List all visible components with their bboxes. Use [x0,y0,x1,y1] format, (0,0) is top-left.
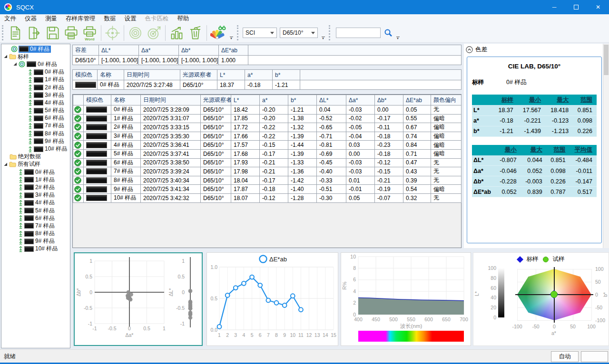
tree-folder-standards[interactable]: 标样 [1,53,70,60]
column-header[interactable]: Δa* [346,95,375,105]
sample-row[interactable]: 3# 样品2020/7/25 3:35:30D65/10°17.66-0.22-… [73,132,462,141]
menu-item-settings[interactable]: 设置 [120,14,141,23]
tree-item-sample[interactable]: 2# 样品 [1,84,70,91]
column-header[interactable]: L* [231,95,260,105]
delta-ab-scatter-chart[interactable]: -1-0.500.51-1-0.500.51Δb*Δa*-1-0.500.51Δ… [74,252,203,346]
save-button[interactable] [43,24,62,42]
toolbar-overflow-icon[interactable]: ▾ [320,26,326,40]
tree-folder-all-samples[interactable]: 所有试样 [1,161,70,168]
sample-row[interactable]: 8# 样品2020/7/25 3:40:34D65/10°18.04-0.17-… [73,176,462,185]
menu-item-color-card-match[interactable]: 色卡匹检 [141,14,173,23]
menu-item-help[interactable]: 帮助 [173,14,194,23]
dart-target-button[interactable] [145,24,163,42]
column-header[interactable]: ΔL* [317,95,346,105]
column-header[interactable]: ΔL* [99,45,139,56]
menu-item-instrument[interactable]: 仪器 [20,14,41,23]
menu-item-sample-library[interactable]: 存样库管理 [61,14,100,23]
tree-item-sample[interactable]: 8# 样品 [1,130,70,137]
column-header[interactable]: a* [260,95,288,105]
standard-row[interactable]: 0# 样品2020/7/25 3:27:48D65/10°18.37-0.18-… [73,80,462,90]
tree-folder-absolute-data[interactable]: 绝对数据 [1,153,70,161]
print-button[interactable] [62,24,80,42]
column-header[interactable]: 日期时间 [124,70,180,80]
tree-expander-icon[interactable] [3,162,8,167]
tree-item-sample[interactable]: 4# 样品 [1,199,70,207]
concentric-target-button[interactable] [126,24,145,42]
menu-item-measure[interactable]: 测量 [41,14,61,23]
tree-item-sample[interactable]: 3# 样品 [1,192,70,199]
tree-item-sample[interactable]: 3# 样品 [1,91,70,99]
tree-item-sample[interactable]: 6# 样品 [1,115,70,122]
column-header[interactable]: ΔE*ab [403,95,431,105]
search-icon[interactable] [383,27,394,38]
sample-row[interactable]: 1# 样品2020/7/25 3:31:07D65/10°17.85-0.20-… [73,114,462,123]
sample-row[interactable]: 4# 样品2020/7/25 3:36:41D65/10°17.57-0.15-… [73,141,462,150]
column-header[interactable]: 光源观察者 [201,95,231,105]
tree-item-standard[interactable]: 0# 样品 [1,60,70,68]
tree-item-sample[interactable]: 7# 样品 [1,222,70,230]
menu-item-data[interactable]: 数据 [100,14,120,23]
column-header[interactable]: b* [273,70,300,80]
column-header[interactable]: ΔE*ab [219,45,248,56]
tree-item-sample[interactable]: 7# 样品 [1,122,70,130]
column-header[interactable]: 日期时间 [141,95,201,105]
scrollbar-thumb[interactable] [604,45,609,75]
column-header[interactable]: b* [288,95,317,105]
crosshair-target-button[interactable] [103,24,122,42]
sample-row[interactable]: 2# 样品2020/7/25 3:33:15D65/10°17.72-0.22-… [73,123,462,132]
status-extra-panel[interactable] [581,351,608,362]
delete-button[interactable] [186,24,205,42]
tree-item-sample[interactable]: 0# 样品 [1,68,70,76]
sample-row[interactable]: 6# 样品2020/7/25 3:38:50D65/10°17.93-0.21-… [73,158,462,167]
collapse-panel-icon[interactable] [466,46,473,53]
column-header[interactable]: L* [217,70,245,80]
search-input[interactable] [336,28,381,38]
column-header[interactable] [73,95,84,105]
sci-sce-select[interactable]: SCI [243,28,277,38]
tree-item-sample[interactable]: 2# 样品 [1,183,70,191]
tree-item-sample[interactable]: 8# 样品 [1,230,70,238]
column-header[interactable]: Δb* [179,45,219,56]
statistics-button[interactable] [167,24,186,42]
tree-item-sample[interactable]: 1# 样品 [1,176,70,183]
column-header[interactable]: Δa* [139,45,179,56]
tree-item-sample[interactable]: 4# 样品 [1,99,70,106]
print-word-button[interactable]: Word [80,24,99,42]
menu-item-file[interactable]: 文件 [0,14,20,23]
column-header[interactable]: 容差 [73,45,99,56]
minimize-button[interactable]: ─ [543,0,565,14]
sample-row[interactable]: 10# 样品2020/7/25 3:42:32D65/10°18.07-0.12… [73,193,462,202]
color-search-button[interactable] [209,24,227,42]
sample-row[interactable]: 9# 样品2020/7/25 3:41:34D65/10°17.87-0.18-… [73,185,462,194]
tree-item-sample[interactable]: 5# 样品 [1,107,70,115]
column-header[interactable]: 模拟色 [73,70,98,80]
toolbar-overflow-icon[interactable]: ▾ [395,26,401,40]
sample-row[interactable]: 5# 样品2020/7/25 3:37:41D65/10°17.68-0.17-… [73,149,462,158]
close-button[interactable]: ✕ [587,0,609,14]
export-button[interactable] [25,24,43,42]
tree-item-sample[interactable]: 5# 样品 [1,207,70,214]
sample-row[interactable]: 7# 样品2020/7/25 3:39:24D65/10°17.98-0.21-… [73,167,462,176]
column-header[interactable]: 光源观察者 [180,70,217,80]
tree-expander-icon[interactable] [3,54,8,59]
illuminant-observer-select[interactable]: D65/10° [280,28,318,38]
panel-scrollbar[interactable] [603,44,609,248]
new-document-button[interactable] [6,24,25,42]
tree-item-sample[interactable]: 6# 样品 [1,214,70,222]
column-header[interactable]: 颜色偏向 [431,95,462,105]
tree-item-current-sample[interactable]: 0# 样品 [1,45,70,53]
column-header[interactable]: 模拟色 [84,95,111,105]
reflectance-spectrum-chart[interactable]: 0246810400450500550600650700波长(nm)R% [341,252,471,346]
delta-e-line-chart[interactable]: ΔE*ab1234567891011121314150.00.51.0 [206,252,338,346]
column-header[interactable]: a* [245,70,273,80]
tree-item-sample[interactable]: 9# 样品 [1,137,70,145]
column-header[interactable]: Δb* [375,95,403,105]
auto-button[interactable]: 自动 [551,351,579,362]
tree-expander-icon[interactable] [13,62,18,67]
toolbar-overflow-icon[interactable]: ▾ [228,26,234,40]
tree-item-sample[interactable]: 1# 样品 [1,76,70,84]
tree-item-sample[interactable]: 10# 样品 [1,245,70,253]
color-gamut-chart[interactable]: 标样试样100806040200L*100500-50-100b*-100-50… [473,252,609,346]
tree-item-sample[interactable]: 10# 样品 [1,145,70,153]
maximize-button[interactable] [565,0,587,14]
